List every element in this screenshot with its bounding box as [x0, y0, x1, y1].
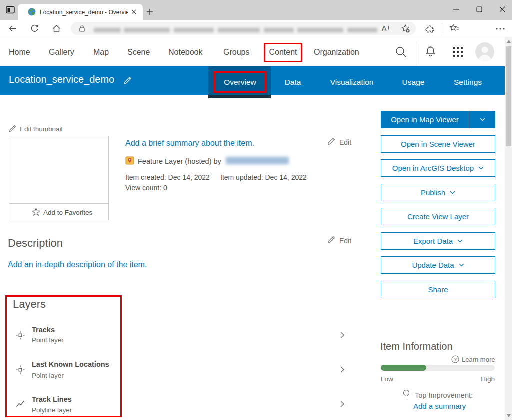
- edit-thumbnail-pencil-icon[interactable]: [9, 125, 16, 132]
- chevron-down-icon: [450, 191, 455, 194]
- thumbnail-placeholder: [9, 136, 109, 204]
- feature-layer-icon: [125, 156, 134, 165]
- item-information-heading: Item Information: [380, 341, 453, 352]
- tab-title: Location_service_demo - Overvie: [40, 9, 128, 16]
- open-in-map-viewer-button[interactable]: Open in Map Viewer: [381, 111, 495, 128]
- polyline-layer-icon: [16, 400, 25, 408]
- add-summary-link[interactable]: Add a brief summary about the item.: [125, 139, 254, 148]
- owner-redacted: [226, 157, 289, 164]
- url-redacted-segment: [218, 28, 260, 32]
- nav-notebook[interactable]: Notebook: [168, 48, 203, 57]
- add-to-favorites-label: Add to Favorites: [43, 209, 92, 216]
- window-maximize-icon[interactable]: [476, 6, 482, 12]
- refresh-icon[interactable]: [30, 24, 39, 33]
- button-label: Open in Scene Viewer: [401, 140, 475, 148]
- tab-data[interactable]: Data: [285, 78, 301, 87]
- active-tab-strip: [208, 95, 271, 98]
- search-icon[interactable]: [395, 46, 407, 58]
- layer-subtitle: Polyline layer: [32, 406, 72, 414]
- favorites-collections-icon[interactable]: [450, 24, 459, 33]
- edit-title-pencil-icon[interactable]: [123, 76, 132, 85]
- item-title: Location_service_demo: [9, 74, 114, 85]
- browser-toolbar: A: [0, 20, 512, 37]
- browser-tab-strip: Location_service_demo - Overvie: [0, 0, 512, 20]
- tab-settings[interactable]: Settings: [454, 78, 482, 87]
- low-label: Low: [381, 375, 393, 383]
- scrollbar-up-arrow[interactable]: [507, 40, 511, 43]
- nav-organization[interactable]: Organization: [314, 48, 359, 57]
- nav-gallery[interactable]: Gallery: [49, 48, 74, 57]
- browser-menu-icon[interactable]: [496, 28, 505, 30]
- layer-chevron-icon[interactable]: [340, 366, 344, 373]
- edit-description-pencil-icon[interactable]: [327, 236, 335, 244]
- tab-visualization[interactable]: Visualization: [330, 78, 374, 87]
- add-favorite-icon[interactable]: [401, 24, 410, 33]
- share-button[interactable]: Share: [381, 281, 495, 298]
- open-in-map-viewer-label: Open in Map Viewer: [381, 115, 469, 124]
- layer-title[interactable]: Tracks: [32, 326, 55, 334]
- favicon-globe-icon: [28, 8, 36, 16]
- layer-chevron-icon[interactable]: [340, 332, 344, 338]
- tab-usage[interactable]: Usage: [402, 78, 425, 87]
- star-icon: [32, 208, 40, 216]
- avatar[interactable]: [475, 42, 494, 61]
- nav-map[interactable]: Map: [93, 48, 109, 57]
- edit-thumbnail-label[interactable]: Edit thumbnail: [20, 125, 63, 133]
- add-description-link[interactable]: Add an in-depth description of the item.: [8, 260, 147, 269]
- window-close-icon[interactable]: [499, 6, 505, 12]
- edit-description-label[interactable]: Edit: [339, 237, 351, 245]
- home-icon[interactable]: [52, 24, 61, 33]
- map-viewer-dropdown-toggle[interactable]: [469, 118, 495, 121]
- overview-highlight-box: Overview: [214, 71, 266, 93]
- edit-summary-label[interactable]: Edit: [339, 138, 351, 146]
- edit-summary-pencil-icon[interactable]: [327, 137, 335, 145]
- layer-chevron-icon[interactable]: [340, 401, 344, 407]
- browser-tab[interactable]: Location_service_demo - Overvie: [18, 4, 143, 20]
- button-label: Create View Layer: [407, 212, 469, 221]
- address-bar[interactable]: A: [71, 22, 416, 35]
- update-data-button[interactable]: Update Data: [381, 256, 495, 274]
- back-icon[interactable]: [8, 24, 17, 33]
- nav-groups[interactable]: Groups: [223, 48, 249, 57]
- add-a-summary-link[interactable]: Add a summary: [413, 402, 466, 410]
- button-label: Open in ArcGIS Desktop: [392, 164, 474, 172]
- add-to-favorites-button[interactable]: Add to Favorites: [9, 203, 109, 220]
- layer-title[interactable]: Track Lines: [32, 395, 72, 403]
- notifications-bell-icon[interactable]: [425, 46, 436, 58]
- layer-subtitle: Point layer: [32, 336, 64, 344]
- new-tab-icon[interactable]: [146, 8, 153, 15]
- top-improvement-label: Top Improvement:: [415, 391, 473, 399]
- extensions-icon[interactable]: [426, 24, 435, 33]
- nav-divider: [416, 41, 416, 65]
- tab-close-icon[interactable]: [131, 9, 136, 14]
- create-view-layer-button[interactable]: Create View Layer: [381, 208, 495, 225]
- item-info-progress-track: [381, 365, 495, 371]
- scrollbar-thumb[interactable]: [506, 46, 511, 146]
- tab-overview[interactable]: Overview: [215, 78, 265, 87]
- item-info-progress-fill: [381, 365, 426, 371]
- description-heading: Description: [8, 237, 63, 250]
- export-data-button[interactable]: Export Data: [381, 232, 495, 250]
- nav-content[interactable]: Content: [265, 48, 301, 57]
- nav-scene[interactable]: Scene: [127, 48, 150, 57]
- url-redacted-segment: [347, 28, 377, 32]
- open-in-arcgis-desktop-button[interactable]: Open in ArcGIS Desktop: [381, 159, 495, 177]
- lightbulb-icon: [401, 389, 411, 400]
- url-redacted-segment: [264, 28, 294, 32]
- toolbar-divider: [442, 23, 442, 33]
- item-updated-label: Item updated: Dec 14, 2022: [220, 173, 307, 181]
- scrollbar-down-arrow[interactable]: [507, 414, 511, 417]
- open-in-scene-viewer-button[interactable]: Open in Scene Viewer: [381, 135, 495, 153]
- read-aloud-icon[interactable]: A: [381, 24, 391, 33]
- tab-actions-icon[interactable]: [5, 4, 16, 15]
- nav-home[interactable]: Home: [9, 48, 30, 57]
- help-icon[interactable]: ?: [451, 355, 459, 363]
- layer-title[interactable]: Last Known Locations: [32, 360, 109, 368]
- window-minimize-icon[interactable]: [453, 9, 459, 10]
- chevron-down-icon: [478, 166, 484, 170]
- app-launcher-icon[interactable]: [453, 47, 463, 57]
- button-label: Update Data: [412, 261, 454, 269]
- learn-more-label[interactable]: Learn more: [462, 356, 495, 363]
- publish-button[interactable]: Publish: [381, 184, 495, 201]
- button-label: Export Data: [413, 237, 453, 245]
